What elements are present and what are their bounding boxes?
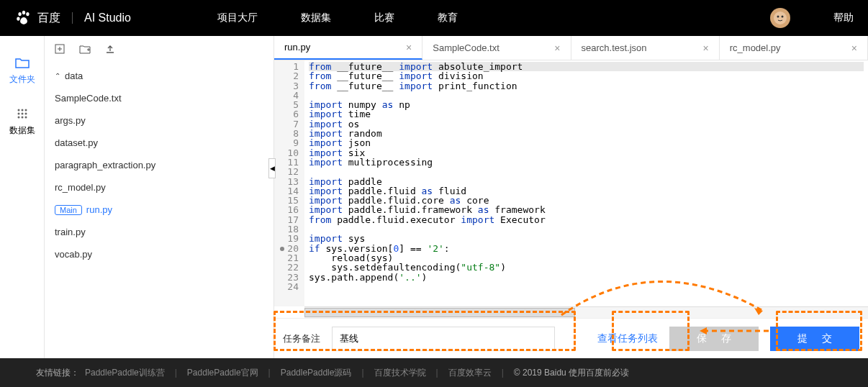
submit-button[interactable]: 提 交 bbox=[770, 327, 859, 351]
main-badge: Main bbox=[55, 205, 82, 215]
logo-text-baidu: 百度 bbox=[37, 11, 60, 26]
tree-file[interactable]: train.py bbox=[45, 221, 273, 243]
svg-point-6 bbox=[782, 16, 784, 18]
svg-point-3 bbox=[17, 17, 19, 20]
nav-menu: 项目大厅 数据集 比赛 教育 bbox=[217, 12, 458, 24]
baidu-paw-icon bbox=[14, 9, 33, 27]
view-task-list-link[interactable]: 查看任务列表 bbox=[597, 332, 658, 345]
svg-point-1 bbox=[22, 11, 25, 14]
svg-point-15 bbox=[24, 117, 27, 119]
file-panel: ⌃data SampleCode.txt args.py dataset.py … bbox=[45, 36, 273, 358]
tree-file-active[interactable]: Mainrun.py bbox=[45, 199, 273, 221]
left-sidebar: 文件夹 数据集 bbox=[0, 36, 45, 358]
file-tree: ⌃data SampleCode.txt args.py dataset.py … bbox=[45, 62, 273, 358]
svg-point-9 bbox=[24, 109, 27, 111]
svg-point-11 bbox=[21, 113, 23, 115]
close-icon[interactable]: × bbox=[851, 42, 857, 54]
svg-point-4 bbox=[774, 12, 787, 24]
tab-rc-model[interactable]: rc_model.py× bbox=[720, 36, 868, 60]
svg-point-13 bbox=[17, 117, 19, 119]
svg-point-5 bbox=[777, 16, 779, 18]
panel-collapse-handle[interactable]: ◀ bbox=[268, 158, 276, 178]
logo-divider bbox=[72, 12, 73, 24]
svg-point-14 bbox=[21, 117, 23, 119]
sidebar-files[interactable]: 文件夹 bbox=[9, 58, 35, 86]
svg-point-2 bbox=[26, 12, 29, 16]
footer-link[interactable]: PaddlePaddle训练营 bbox=[85, 367, 165, 379]
upload-icon[interactable] bbox=[105, 44, 115, 54]
nav-education[interactable]: 教育 bbox=[438, 12, 458, 24]
logo-text-aistudio: AI Studio bbox=[84, 12, 131, 24]
svg-point-8 bbox=[21, 109, 23, 111]
footer-link[interactable]: 百度技术学院 bbox=[374, 367, 426, 379]
new-folder-icon[interactable] bbox=[79, 44, 91, 54]
avatar[interactable] bbox=[770, 8, 790, 28]
chevron-down-icon: ⌃ bbox=[55, 72, 60, 80]
code-editor[interactable]: 123456789101112131415161718192021222324 … bbox=[274, 60, 868, 306]
bottom-bar: 任务备注 查看任务列表 保 存 提 交 bbox=[274, 318, 868, 358]
nav-datasets[interactable]: 数据集 bbox=[301, 12, 331, 24]
svg-point-10 bbox=[17, 113, 19, 115]
help-link[interactable]: 帮助 bbox=[833, 12, 854, 24]
line-gutter: 123456789101112131415161718192021222324 bbox=[274, 60, 304, 306]
tree-file[interactable]: dataset.py bbox=[45, 132, 273, 154]
tree-file[interactable]: args.py bbox=[45, 109, 273, 132]
file-toolbar bbox=[45, 36, 273, 62]
code-content[interactable]: from __future__ import absolute_importfr… bbox=[304, 60, 868, 306]
close-icon[interactable]: × bbox=[703, 42, 709, 54]
close-icon[interactable]: × bbox=[554, 42, 560, 54]
sidebar-datasets[interactable]: 数据集 bbox=[9, 107, 35, 137]
svg-point-7 bbox=[17, 109, 19, 111]
tree-file[interactable]: SampleCode.txt bbox=[45, 87, 273, 109]
task-note-label: 任务备注 bbox=[283, 332, 320, 345]
tree-folder-data[interactable]: ⌃data bbox=[45, 65, 273, 87]
footer-link[interactable]: PaddlePaddle官网 bbox=[187, 367, 258, 379]
new-file-icon[interactable] bbox=[55, 44, 65, 54]
tree-file[interactable]: rc_model.py bbox=[45, 176, 273, 199]
tab-search-json[interactable]: search.test.json× bbox=[571, 36, 720, 60]
footer-link[interactable]: PaddlePaddle源码 bbox=[281, 367, 352, 379]
tab-run-py[interactable]: run.py× bbox=[274, 36, 422, 60]
editor: ◀ run.py× SampleCode.txt× search.test.js… bbox=[273, 36, 868, 358]
save-button[interactable]: 保 存 bbox=[669, 327, 759, 351]
editor-tabs: run.py× SampleCode.txt× search.test.json… bbox=[274, 36, 868, 60]
dataset-icon bbox=[16, 107, 29, 120]
footer-copyright: © 2019 Baidu 使用百度前必读 bbox=[514, 367, 629, 379]
svg-point-12 bbox=[24, 113, 27, 115]
tree-file[interactable]: paragraph_extraction.py bbox=[45, 154, 273, 176]
tree-file[interactable]: vocab.py bbox=[45, 243, 273, 265]
scrollbar-thumb[interactable] bbox=[304, 308, 575, 317]
horizontal-scrollbar[interactable] bbox=[304, 306, 868, 318]
close-icon[interactable]: × bbox=[406, 42, 412, 53]
logo[interactable]: 百度 AI Studio bbox=[14, 9, 131, 27]
footer-prefix: 友情链接： bbox=[36, 367, 79, 379]
task-note-input[interactable] bbox=[332, 327, 555, 351]
footer: 友情链接： PaddlePaddle训练营| PaddlePaddle官网| P… bbox=[0, 358, 868, 387]
folder-icon bbox=[15, 58, 30, 69]
nav-competitions[interactable]: 比赛 bbox=[374, 12, 394, 24]
svg-point-0 bbox=[18, 12, 21, 16]
footer-link[interactable]: 百度效率云 bbox=[448, 367, 492, 379]
avatar-icon bbox=[773, 11, 787, 25]
tab-samplecode[interactable]: SampleCode.txt× bbox=[422, 36, 571, 60]
top-nav: 百度 AI Studio 项目大厅 数据集 比赛 教育 帮助 bbox=[0, 0, 868, 36]
nav-projects[interactable]: 项目大厅 bbox=[217, 12, 258, 24]
